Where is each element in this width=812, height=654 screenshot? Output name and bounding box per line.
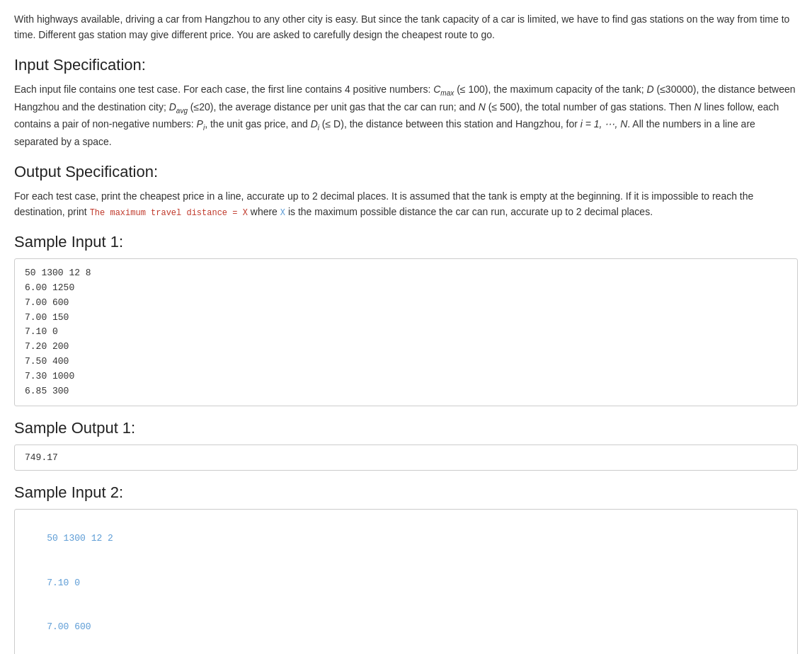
input-spec-section: Input Specification: Each input file con… [14,56,798,150]
sample-output-1-block: 749.17 [14,444,798,471]
sample-input-2-section: Sample Input 2: 50 1300 12 2 7.10 0 7.00… [14,483,798,654]
output-spec-section: Output Specification: For each test case… [14,163,798,221]
sample-input-1-heading: Sample Input 1: [14,233,798,251]
x-variable-inline: X [280,208,285,218]
input-spec-text: Each input file contains one test case. … [14,81,798,150]
Davg-symbol: Davg [169,101,188,113]
sample-output-1-value: 749.17 [25,452,58,463]
sample-input-1-block: 50 1300 12 8 6.00 1250 7.00 600 7.00 150… [14,258,798,406]
cmax-symbol: Cmax [433,84,454,95]
sample-input-2-line-2: 7.10 0 [47,578,80,588]
sample-input-2-block: 50 1300 12 2 7.10 0 7.00 600 [14,509,798,654]
output-spec-text: For each test case, print the cheapest p… [14,188,798,221]
sample-input-2-line-3: 7.00 600 [47,621,91,632]
D-symbol: D [647,84,654,95]
sample-input-2-heading: Sample Input 2: [14,483,798,502]
Pi-symbol: Pi [197,118,205,130]
sample-input-2-line-1: 50 1300 12 2 [47,533,113,544]
sample-input-1-section: Sample Input 1: 50 1300 12 8 6.00 1250 7… [14,233,798,406]
N-ref: N [694,101,702,113]
output-spec-end: is the maximum possible distance the car… [285,206,653,217]
sample-output-1-heading: Sample Output 1: [14,419,798,437]
Di-symbol: Di [311,118,319,130]
N-symbol: N [479,101,486,113]
where-text: where [248,206,280,217]
intro-section: With highways available, driving a car f… [14,11,798,43]
i-range: i = 1, ⋯, N [581,118,628,130]
input-spec-heading: Input Specification: [14,56,798,74]
output-spec-heading: Output Specification: [14,163,798,181]
sample-output-1-section: Sample Output 1: 749.17 [14,419,798,471]
error-message-inline: The maximum travel distance = X [90,208,248,218]
intro-text: With highways available, driving a car f… [14,11,798,43]
